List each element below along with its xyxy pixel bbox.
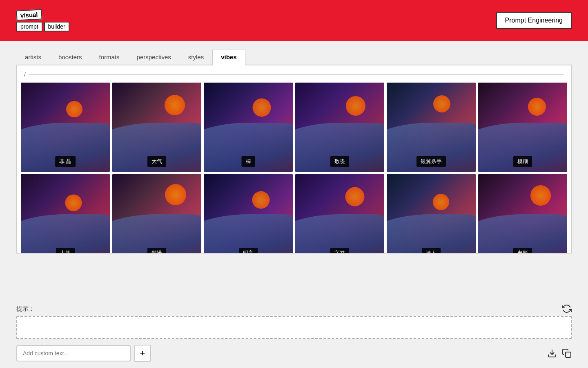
copy-button[interactable] bbox=[562, 348, 572, 358]
gallery-header-line bbox=[29, 74, 564, 75]
gallery-item[interactable]: 敬畏 bbox=[295, 83, 384, 172]
prompt-label-row: 提示： bbox=[16, 304, 572, 314]
tab-perspectives[interactable]: perspectives bbox=[128, 49, 180, 65]
svg-rect-1 bbox=[566, 352, 571, 357]
item-label: 敬畏 bbox=[330, 156, 349, 167]
copy-icon bbox=[562, 348, 572, 358]
gallery-item[interactable]: 明亮 bbox=[204, 174, 293, 254]
gallery-item[interactable]: 大气 bbox=[112, 83, 201, 172]
item-label: 电影 bbox=[513, 248, 532, 254]
gallery-panel: / 非 晶 大气 棒 敬畏 银翼杀手 模糊 bbox=[16, 65, 572, 254]
item-label: 字符 bbox=[330, 248, 349, 254]
gallery-item[interactable]: 傲慢 bbox=[112, 174, 201, 254]
prompt-engineering-button[interactable]: Prompt Engineering bbox=[496, 12, 572, 29]
logo-prompt: prompt bbox=[16, 22, 42, 31]
gallery-grid: 非 晶 大气 棒 敬畏 银翼杀手 模糊 大胆 bbox=[21, 83, 567, 254]
gallery-slash: / bbox=[24, 71, 26, 78]
action-icons bbox=[547, 348, 572, 358]
item-label: 明亮 bbox=[239, 248, 258, 254]
item-label: 模糊 bbox=[513, 156, 532, 167]
prompt-textarea[interactable] bbox=[16, 316, 572, 339]
logo-area: visual prompt builder bbox=[16, 10, 69, 31]
item-label: 迷人 bbox=[422, 248, 441, 254]
refresh-button[interactable] bbox=[562, 304, 572, 314]
gallery-item[interactable]: 棒 bbox=[204, 83, 293, 172]
item-label: 大气 bbox=[147, 156, 166, 167]
custom-text-row: + bbox=[16, 345, 151, 362]
gallery-item[interactable]: 迷人 bbox=[387, 174, 476, 254]
gallery-item[interactable]: 非 晶 bbox=[21, 83, 110, 172]
item-label: 棒 bbox=[242, 156, 255, 167]
bottom-area: 提示： + bbox=[0, 300, 588, 368]
add-button[interactable]: + bbox=[134, 345, 151, 362]
item-label: 大胆 bbox=[56, 248, 75, 254]
logo-bottom: prompt builder bbox=[16, 22, 69, 31]
main-content: artistsboostersformatsperspectivesstyles… bbox=[0, 41, 588, 262]
item-label: 银翼杀手 bbox=[416, 156, 446, 167]
download-icon bbox=[547, 348, 557, 358]
gallery-item[interactable]: 字符 bbox=[295, 174, 384, 254]
gallery-header: / bbox=[21, 70, 567, 79]
app-header: visual prompt builder Prompt Engineering bbox=[0, 0, 588, 41]
tab-formats[interactable]: formats bbox=[91, 49, 128, 65]
refresh-icon bbox=[562, 304, 572, 314]
logo-builder: builder bbox=[44, 22, 69, 31]
download-button[interactable] bbox=[547, 348, 557, 358]
tab-boosters[interactable]: boosters bbox=[50, 49, 91, 65]
logo-visual: visual bbox=[16, 9, 42, 20]
bottom-controls: + bbox=[16, 345, 572, 362]
prompt-label: 提示： bbox=[16, 305, 35, 313]
tab-vibes[interactable]: vibes bbox=[212, 49, 245, 65]
gallery-item[interactable]: 银翼杀手 bbox=[387, 83, 476, 172]
custom-text-input[interactable] bbox=[16, 345, 131, 361]
item-label: 傲慢 bbox=[147, 248, 166, 254]
tab-bar: artistsboostersformatsperspectivesstyles… bbox=[16, 49, 572, 65]
gallery-item[interactable]: 模糊 bbox=[478, 83, 567, 172]
gallery-item[interactable]: 电影 bbox=[478, 174, 567, 254]
item-label: 非 晶 bbox=[55, 156, 76, 167]
tab-artists[interactable]: artists bbox=[16, 49, 50, 65]
gallery-item[interactable]: 大胆 bbox=[21, 174, 110, 254]
tab-styles[interactable]: styles bbox=[180, 49, 212, 65]
